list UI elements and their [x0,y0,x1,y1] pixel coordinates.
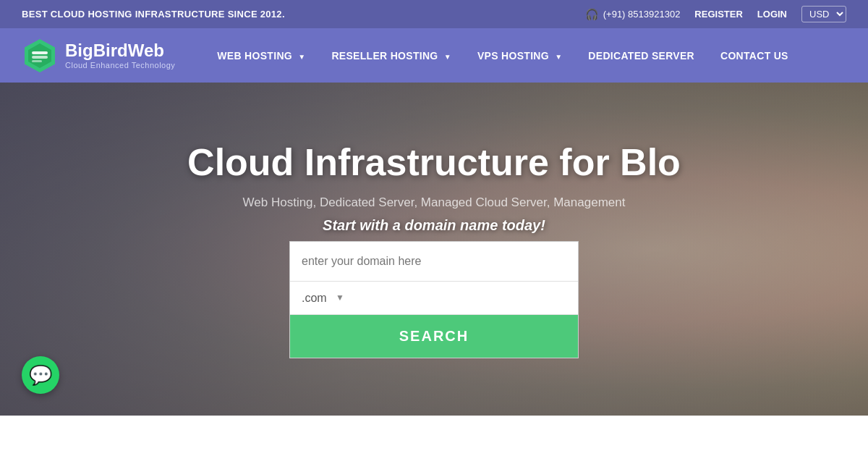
logo[interactable]: BigBirdWeb Cloud Enhanced Technology [22,38,175,74]
search-button[interactable]: SEARCH [290,315,578,358]
headset-icon: 🎧 [585,8,599,21]
nav-item-web-hosting[interactable]: WEB HOSTING ▼ [204,30,318,82]
whatsapp-button[interactable]: 💬 [22,356,59,394]
register-link[interactable]: REGISTER [694,9,742,20]
domain-search-input[interactable] [290,242,578,282]
nav-item-reseller-hosting[interactable]: RESELLER HOSTING ▼ [318,30,464,82]
domain-search-box: .com .net .org .in .io .co ▼ SEARCH [289,241,579,358]
chevron-down-icon: ▼ [444,53,451,61]
phone-number: (+91) 8513921302 [603,9,681,20]
hero-title: Cloud Infrastructure for Blo [187,140,681,184]
logo-brand: BigBirdWeb [65,41,175,60]
hero-content: Cloud Infrastructure for Blo Web Hosting… [0,140,868,358]
svg-rect-3 [32,56,48,59]
domain-ext-wrapper: .com .net .org .in .io .co ▼ [302,292,344,304]
svg-rect-2 [32,51,48,54]
nav-link-contact-us[interactable]: CONTACT US [707,30,801,82]
logo-icon [22,38,58,74]
nav-link-dedicated-server[interactable]: DEDICATED SERVER [575,30,707,82]
logo-text-area: BigBirdWeb Cloud Enhanced Technology [65,41,175,69]
login-link[interactable]: LOGIN [757,9,787,20]
nav-link-reseller-hosting[interactable]: RESELLER HOSTING ▼ [318,30,464,82]
nav-item-vps-hosting[interactable]: VPS HOSTING ▼ [464,30,575,82]
nav-item-dedicated-server[interactable]: DEDICATED SERVER [575,30,707,82]
top-bar-links: REGISTER LOGIN [694,9,787,20]
top-bar-right: 🎧 (+91) 8513921302 REGISTER LOGIN USD IN… [585,6,846,22]
domain-extension-select[interactable]: .com .net .org .in .io .co [302,292,344,304]
whatsapp-icon: 💬 [29,366,52,384]
chevron-down-icon: ▼ [555,53,562,61]
nav-item-contact-us[interactable]: CONTACT US [707,30,801,82]
nav-link-vps-hosting[interactable]: VPS HOSTING ▼ [464,30,575,82]
nav-menu: WEB HOSTING ▼ RESELLER HOSTING ▼ VPS HOS… [204,30,801,82]
hero-section: Cloud Infrastructure for Blo Web Hosting… [0,83,868,416]
tagline: BEST CLOUD HOSTING INFRASTRUCTURE SINCE … [22,9,285,20]
hero-subtitle: Web Hosting, Dedicated Server, Managed C… [243,195,626,210]
phone-info: 🎧 (+91) 8513921302 [585,8,681,21]
navbar: BigBirdWeb Cloud Enhanced Technology WEB… [0,28,868,83]
svg-rect-4 [32,60,42,62]
hero-domain-label: Start with a domain name today! [323,217,545,234]
currency-select[interactable]: USD INR EUR GBP [801,6,846,22]
chevron-down-icon: ▼ [298,53,305,61]
logo-tagline: Cloud Enhanced Technology [65,61,175,70]
domain-ext-row: .com .net .org .in .io .co ▼ [290,282,578,315]
top-bar: BEST CLOUD HOSTING INFRASTRUCTURE SINCE … [0,0,868,28]
nav-link-web-hosting[interactable]: WEB HOSTING ▼ [204,30,318,82]
